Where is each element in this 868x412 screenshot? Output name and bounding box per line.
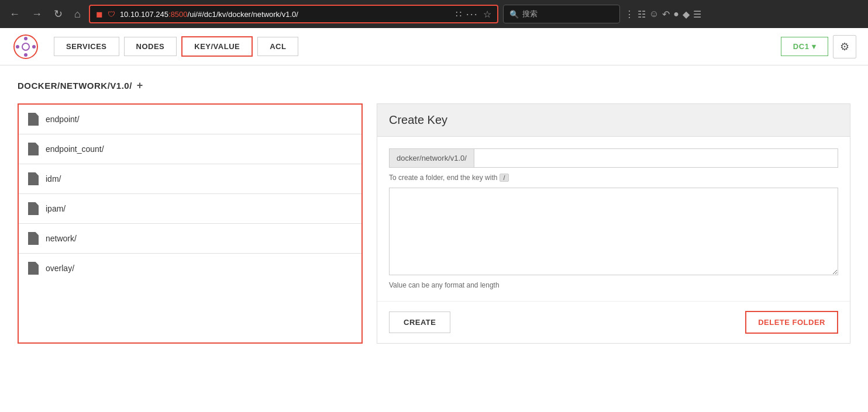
url-port: :8500: [168, 10, 188, 19]
browser-chrome: ← → ↻ ⌂ ◼ 🛡 10.10.107.245:8500/ui/#/dc1/…: [0, 0, 868, 28]
key-name-input[interactable]: [474, 149, 838, 167]
key-label: endpoint_count/: [46, 144, 104, 154]
qr-icon: ∷: [456, 9, 461, 20]
delete-folder-button[interactable]: DELETE FOLDER: [745, 311, 838, 334]
settings-button[interactable]: ⚙: [833, 35, 856, 58]
add-key-plus-button[interactable]: +: [137, 79, 143, 92]
key-label: endpoint/: [46, 115, 80, 124]
app-header: SERVICES NODES KEY/VALUE ACL DC1 ▾ ⚙: [0, 28, 868, 65]
folder-icon: [28, 143, 39, 155]
url-bar[interactable]: ◼ 🛡 10.10.107.245:8500/ui/#/dc1/kv/docke…: [89, 5, 498, 23]
url-path: /ui/#/dc1/kv/docker/network/v1.0/: [188, 10, 298, 19]
menu-icon[interactable]: ☰: [693, 9, 701, 20]
browser-action-buttons: ⋮ ☷ ☺ ↶ ● ◆ ☰: [625, 9, 701, 20]
keyvalue-nav-button[interactable]: KEY/VALUE: [181, 36, 253, 57]
back-button[interactable]: ←: [6, 6, 23, 23]
url-text: 10.10.107.245:8500/ui/#/dc1/kv/docker/ne…: [120, 10, 298, 19]
hint-slash-badge: /: [500, 174, 508, 182]
reader-icon[interactable]: ☷: [638, 9, 646, 20]
shield-icon: 🛡: [108, 10, 115, 19]
list-item[interactable]: idm/: [19, 164, 361, 194]
list-item[interactable]: network/: [19, 224, 361, 254]
key-list-panel: endpoint/endpoint_count/idm/ipam/network…: [18, 103, 363, 344]
create-key-panel: Create Key docker/network/v1.0/ To creat…: [377, 103, 850, 344]
key-prefix-label: docker/network/v1.0/: [390, 149, 474, 167]
svg-point-2: [24, 37, 27, 40]
sync-icon[interactable]: ◆: [683, 9, 690, 20]
main-content: DOCKER/NETWORK/V1.0/ + endpoint/endpoint…: [0, 65, 868, 358]
create-button[interactable]: CREATE: [389, 311, 450, 333]
value-textarea[interactable]: [389, 188, 838, 275]
svg-point-4: [16, 45, 19, 49]
acl-nav-button[interactable]: ACL: [257, 37, 298, 56]
key-label: ipam/: [46, 204, 66, 213]
folder-icon: [28, 202, 39, 215]
key-input-row: docker/network/v1.0/: [389, 148, 838, 168]
svg-point-1: [22, 43, 29, 50]
search-placeholder: 搜索: [522, 9, 538, 19]
circle-icon[interactable]: ●: [673, 9, 679, 19]
security-icon: ◼: [96, 9, 103, 19]
more-options-icon[interactable]: ···: [466, 8, 478, 20]
forward-button[interactable]: →: [28, 6, 46, 23]
nodes-nav-button[interactable]: NODES: [124, 37, 177, 56]
consul-logo: [12, 33, 40, 61]
list-item[interactable]: endpoint/: [19, 105, 361, 134]
search-bar[interactable]: 🔍 搜索: [503, 5, 620, 23]
folder-icon: [28, 262, 39, 275]
folder-icon: [28, 172, 39, 185]
list-item[interactable]: endpoint_count/: [19, 134, 361, 164]
key-label: overlay/: [46, 264, 74, 273]
key-label: network/: [46, 234, 77, 243]
list-item[interactable]: ipam/: [19, 194, 361, 224]
value-hint-text: Value can be any format and length: [389, 281, 838, 289]
two-column-layout: endpoint/endpoint_count/idm/ipam/network…: [18, 103, 850, 344]
create-key-body: docker/network/v1.0/ To create a folder,…: [377, 137, 850, 301]
create-key-footer: CREATE DELETE FOLDER: [377, 301, 850, 343]
search-icon: 🔍: [509, 10, 519, 19]
folder-icon: [28, 113, 39, 126]
home-button[interactable]: ⌂: [71, 6, 84, 23]
refresh-button[interactable]: ↻: [50, 5, 66, 23]
key-label: idm/: [46, 174, 61, 184]
breadcrumb: DOCKER/NETWORK/V1.0/ +: [18, 79, 850, 92]
list-item[interactable]: overlay/: [19, 254, 361, 283]
services-nav-button[interactable]: SERVICES: [54, 37, 119, 56]
dropdown-arrow-icon: ▾: [812, 42, 817, 51]
folder-hint-text: To create a folder, end the key with /: [389, 174, 838, 182]
breadcrumb-path: DOCKER/NETWORK/V1.0/: [18, 81, 132, 91]
library-icon[interactable]: ⋮: [625, 9, 634, 20]
create-key-title: Create Key: [389, 113, 838, 127]
dc1-dropdown-button[interactable]: DC1 ▾: [781, 37, 828, 56]
bookmark-icon[interactable]: ☆: [483, 9, 491, 20]
profile-icon[interactable]: ☺: [649, 9, 659, 19]
svg-point-3: [24, 53, 27, 57]
url-host: 10.10.107.245: [120, 10, 168, 19]
svg-point-5: [32, 45, 36, 49]
dc1-label: DC1: [793, 42, 810, 51]
hint-message: To create a folder, end the key with: [389, 174, 497, 182]
folder-icon: [28, 232, 39, 245]
history-back-icon[interactable]: ↶: [662, 9, 670, 20]
create-key-header: Create Key: [377, 104, 850, 137]
